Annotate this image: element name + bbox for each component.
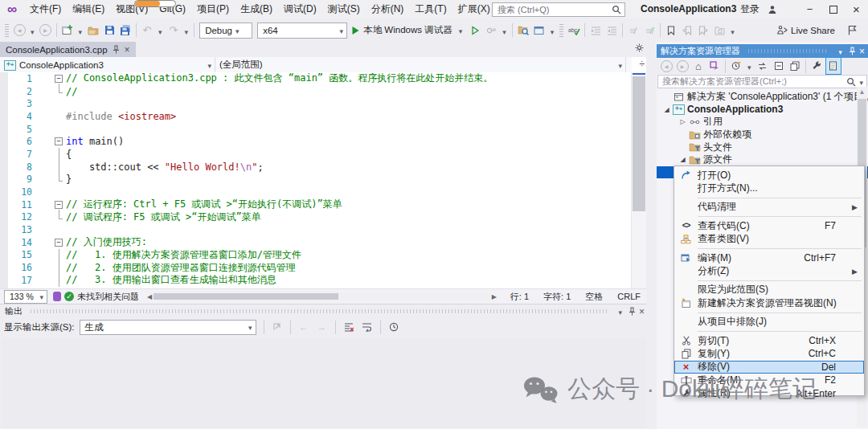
tab-consoleapplication3-cpp[interactable]: ConsoleApplication3.cpp × (0, 42, 136, 57)
prev-message-icon[interactable]: ← (297, 319, 311, 335)
se-back-button[interactable]: ◀ (659, 58, 674, 74)
redo-button[interactable]: ↷ (166, 22, 181, 39)
context-menu-item[interactable]: 分析(Z)▶ (674, 264, 864, 277)
close-button[interactable]: × (845, 0, 868, 18)
live-share-button[interactable]: Live Share (776, 22, 868, 39)
menu-item[interactable]: 测试(S) (322, 0, 366, 18)
menu-item[interactable]: 编辑(E) (67, 0, 110, 18)
collapse-all-icon[interactable] (772, 58, 786, 74)
code-line[interactable]: 8 std::cout << "Hello World!\n"; (0, 161, 632, 174)
next-message-icon[interactable]: → (315, 319, 330, 335)
code-line[interactable]: 14// 入门使用技巧: (0, 236, 632, 249)
pin-icon[interactable] (113, 45, 120, 54)
status-eol[interactable]: CRLF (612, 292, 646, 301)
open-file-button[interactable] (86, 22, 100, 39)
context-menu-item[interactable]: ×移除(V)Del (674, 361, 864, 374)
sync-active-document-icon[interactable] (755, 58, 770, 74)
new-item-dropdown-icon[interactable] (76, 23, 86, 38)
undo-button[interactable]: ↶ (140, 22, 154, 39)
code-line[interactable]: 2// (0, 85, 632, 98)
menu-item[interactable]: 工具(T) (409, 0, 452, 18)
run-dropdown-icon[interactable] (456, 26, 466, 35)
filter-dropdown-icon[interactable] (744, 59, 755, 73)
feedback-icon[interactable] (845, 22, 859, 39)
tree-item--consoleapplication3-1-1-[interactable]: 解决方案 'ConsoleApplication3' (1 个项目，共 1 个) (657, 91, 868, 104)
home-icon[interactable]: ⌂ (691, 58, 706, 74)
tree-item--[interactable]: 头文件 (657, 141, 868, 153)
spell-check-button[interactable]: abc (567, 22, 581, 39)
comment-button[interactable] (626, 22, 641, 39)
context-menu-item[interactable]: 复制(Y)Ctrl+C (674, 347, 864, 360)
expander-icon[interactable]: ◢ (661, 106, 672, 113)
show-all-files-icon[interactable] (825, 57, 841, 75)
code-line[interactable]: 9} (0, 174, 632, 186)
context-menu-item[interactable]: 代码清理▶ (674, 201, 864, 214)
output-source-dropdown[interactable]: 生成 (80, 320, 256, 335)
se-search-icon[interactable] (846, 77, 856, 87)
new-item-button[interactable] (60, 22, 75, 39)
menu-item[interactable]: 生成(B) (235, 0, 278, 18)
pending-filter-icon[interactable] (729, 58, 743, 74)
search-icon[interactable] (609, 2, 624, 18)
se-menu-dropdown-icon[interactable] (835, 47, 845, 56)
output-pin-icon[interactable] (628, 307, 636, 316)
code-line[interactable]: 7{ (0, 148, 632, 161)
menu-item[interactable]: 调试(D) (278, 0, 322, 18)
restore-button[interactable] (821, 0, 845, 18)
context-menu-item[interactable]: 编译(M)Ctrl+F7 (674, 251, 864, 264)
context-menu-item[interactable]: 限定为此范围(S) (674, 284, 864, 296)
project-switch-icon[interactable] (707, 58, 722, 74)
context-menu-item[interactable]: <>查看代码(C)F7 (674, 219, 864, 232)
nav-scope-dropdown[interactable]: (全局范围) (215, 57, 626, 72)
code-line[interactable]: 1// ConsoleApplication3.cpp : 此文件包含 “mai… (0, 72, 632, 85)
toggle-bookmark-button[interactable] (664, 22, 678, 39)
platform-dropdown[interactable]: x64 (257, 22, 347, 39)
toolbar-drag-handle[interactable] (5, 24, 9, 37)
scroll-left-icon[interactable]: ◀ (145, 293, 154, 300)
editor-vertical-scrollbar[interactable] (631, 72, 646, 289)
gear-icon[interactable] (635, 43, 644, 52)
goto-message-icon[interactable] (270, 319, 285, 335)
menu-item[interactable]: 扩展(X) (452, 0, 496, 18)
preview-selected-icon[interactable] (788, 58, 802, 74)
nav-back-dropdown-icon[interactable] (27, 23, 38, 38)
minimize-button[interactable]: − (798, 0, 821, 18)
scope-dropdown-icon[interactable] (547, 23, 558, 38)
uncomment-button[interactable] (642, 22, 657, 39)
se-close-icon[interactable]: × (859, 47, 865, 56)
code-line[interactable]: 13 (0, 223, 632, 236)
context-menu-item[interactable]: 剪切(T)Ctrl+X (674, 334, 864, 347)
context-menu-item[interactable]: 查看类图(V) (674, 233, 864, 246)
health-icon[interactable] (53, 292, 61, 301)
attach-dropdown-icon[interactable] (499, 23, 510, 38)
context-menu-item[interactable]: 打开(O) (674, 169, 864, 182)
se-forward-button[interactable]: ▶ (675, 58, 690, 74)
clear-all-icon[interactable] (342, 319, 356, 335)
configuration-dropdown[interactable]: Debug (199, 22, 252, 39)
code-line[interactable]: 10 (0, 186, 632, 198)
menu-item[interactable]: 项目(P) (191, 0, 235, 18)
fold-toggle-icon[interactable] (32, 236, 66, 249)
next-bookmark-button[interactable] (696, 22, 710, 39)
split-handle-icon[interactable]: ÷ (639, 59, 645, 70)
zoom-dropdown[interactable]: 133 % (4, 290, 47, 304)
properties-wrench-icon[interactable] (809, 58, 824, 74)
code-line[interactable]: 6int main() (0, 135, 632, 148)
editor-horizontal-scrollbar[interactable]: ◀ ▶ (145, 292, 498, 301)
code-editor[interactable]: 1// ConsoleApplication3.cpp : 此文件包含 “mai… (0, 72, 632, 289)
code-line[interactable]: 11// 运行程序: Ctrl + F5 或调试 >“开始执行(不调试)”菜单 (0, 198, 632, 211)
previous-bookmark-button[interactable] (680, 22, 694, 39)
panel-splitter[interactable] (646, 42, 657, 429)
code-line[interactable]: 5 (0, 123, 632, 136)
expander-icon[interactable]: ◢ (678, 156, 688, 163)
undo-dropdown-icon[interactable] (155, 23, 166, 38)
se-pin-icon[interactable] (849, 47, 856, 55)
code-line[interactable]: 16// 2. 使用团队资源管理器窗口连接到源代码管理 (0, 261, 632, 274)
context-menu-item[interactable]: 从项目中排除(J) (674, 316, 864, 329)
expander-icon[interactable]: ▷ (678, 118, 688, 125)
fold-toggle-icon[interactable] (32, 135, 66, 148)
context-menu-item[interactable]: 新建解决方案资源管理器视图(N) (674, 296, 864, 309)
solution-scope-button[interactable] (532, 22, 547, 39)
code-line[interactable]: 3 (0, 97, 632, 110)
tree-item-consoleapplication3[interactable]: ◢++ConsoleApplication3 (657, 104, 868, 116)
